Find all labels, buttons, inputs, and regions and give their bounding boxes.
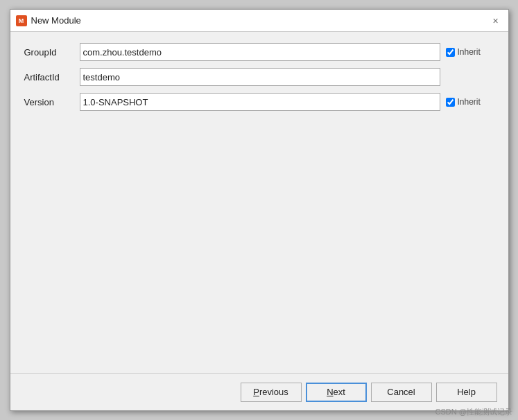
groupid-inherit-container: Inherit [446, 47, 494, 57]
version-row: Version Inherit [24, 93, 494, 111]
artifactid-input[interactable] [80, 68, 440, 86]
cancel-button[interactable]: Cancel [371, 383, 432, 402]
groupid-input[interactable] [80, 43, 440, 61]
new-module-dialog: M New Module × GroupId Inherit ArtifactI… [10, 9, 509, 411]
dialog-title: New Module [31, 15, 81, 26]
watermark: CSDN @性能测试记录 [435, 407, 512, 417]
close-button[interactable]: × [489, 14, 503, 28]
previous-button[interactable]: Previous [241, 383, 302, 402]
title-bar: M New Module × [10, 10, 508, 32]
help-button[interactable]: Help [436, 383, 497, 402]
groupid-inherit-checkbox[interactable] [446, 48, 455, 57]
groupid-label: GroupId [24, 47, 80, 58]
next-button[interactable]: Next [306, 383, 367, 402]
version-input[interactable] [80, 93, 440, 111]
version-inherit-checkbox[interactable] [446, 98, 455, 107]
app-icon: M [16, 15, 27, 26]
groupid-inherit-label[interactable]: Inherit [458, 47, 481, 57]
form-content: GroupId Inherit ArtifactId Version Inher… [10, 32, 508, 373]
artifactid-row: ArtifactId [24, 68, 494, 86]
version-label: Version [24, 97, 80, 107]
artifactid-label: ArtifactId [24, 72, 80, 82]
version-inherit-label[interactable]: Inherit [458, 97, 481, 107]
bottom-bar: Previous Next Cancel Help [10, 373, 508, 410]
version-inherit-container: Inherit [446, 97, 494, 107]
groupid-row: GroupId Inherit [24, 43, 494, 61]
